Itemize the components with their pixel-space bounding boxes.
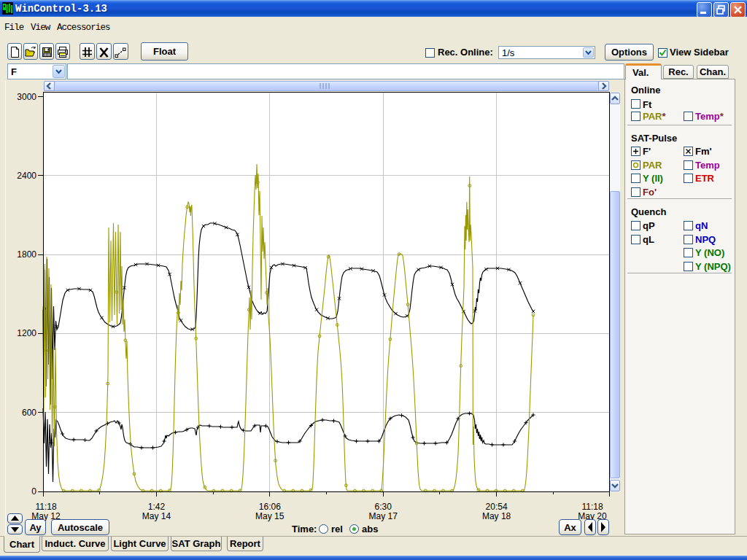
svg-text:11:18: 11:18: [581, 502, 603, 512]
svg-text:16:06: 16:06: [259, 502, 281, 512]
svg-text:May 17: May 17: [369, 511, 398, 521]
svg-text:0: 0: [31, 486, 36, 497]
svg-text:11:18: 11:18: [35, 502, 56, 512]
svg-text:1:42: 1:42: [148, 502, 166, 512]
svg-text:600: 600: [22, 408, 36, 418]
svg-text:20:54: 20:54: [486, 502, 508, 512]
svg-text:1200: 1200: [17, 328, 36, 338]
svg-text:6:30: 6:30: [375, 502, 392, 512]
svg-text:May 18: May 18: [482, 511, 511, 521]
svg-text:1800: 1800: [17, 249, 36, 260]
svg-text:May 15: May 15: [255, 511, 285, 521]
svg-text:2400: 2400: [17, 171, 36, 181]
svg-text:May 14: May 14: [142, 511, 171, 521]
svg-text:3000: 3000: [17, 92, 36, 102]
